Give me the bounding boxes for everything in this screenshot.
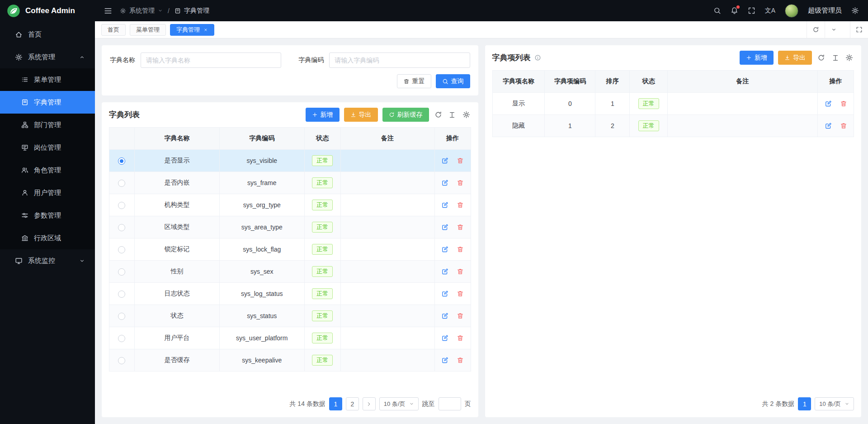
dict-add-button[interactable]: 新增 xyxy=(306,108,340,122)
edit-button[interactable] xyxy=(825,100,832,107)
avatar[interactable] xyxy=(785,4,798,18)
row-radio[interactable] xyxy=(118,224,125,231)
delete-button[interactable] xyxy=(457,224,464,231)
sidebar-group-monitor[interactable]: 系统监控 xyxy=(0,249,95,272)
breadcrumb-dict[interactable]: 字典管理 xyxy=(175,7,209,15)
breadcrumb-system[interactable]: 系统管理 xyxy=(120,7,163,15)
edit-button[interactable] xyxy=(441,246,448,253)
table-density-button[interactable] xyxy=(830,54,840,62)
sidebar-item-menu-mgmt[interactable]: 菜单管理 xyxy=(0,68,95,91)
row-radio[interactable] xyxy=(118,313,125,320)
delete-button[interactable] xyxy=(457,357,464,364)
edit-button[interactable] xyxy=(825,122,832,129)
delete-button[interactable] xyxy=(457,290,464,297)
table-row[interactable]: 日志状态 sys_log_status 正常 xyxy=(109,283,471,305)
close-icon[interactable] xyxy=(203,28,208,32)
user-name[interactable]: 超级管理员 xyxy=(808,6,842,15)
table-row[interactable]: 锁定标记 sys_lock_flag 正常 xyxy=(109,238,471,261)
page-size-select[interactable]: 10 条/页 xyxy=(815,397,854,410)
logo[interactable]: Coffee Admin xyxy=(0,0,95,21)
dict-name-input[interactable] xyxy=(141,52,281,68)
item-code-cell: 0 xyxy=(545,93,595,115)
table-density-button[interactable] xyxy=(448,111,457,119)
next-page-button[interactable] xyxy=(363,397,376,410)
row-radio[interactable] xyxy=(118,357,125,364)
row-radio[interactable] xyxy=(118,202,125,209)
refresh-cache-button[interactable]: 刷新缓存 xyxy=(382,108,429,122)
content-expand-button[interactable] xyxy=(850,21,868,38)
tabs-more-button[interactable] xyxy=(825,21,843,38)
item-add-button[interactable]: 新增 xyxy=(740,51,774,65)
delete-button[interactable] xyxy=(457,179,464,186)
table-row[interactable]: 性别 sys_sex 正常 xyxy=(109,261,471,283)
bank-icon xyxy=(21,234,28,242)
table-refresh-button[interactable] xyxy=(816,54,826,62)
table-row[interactable]: 用户平台 sys_user_platform 正常 xyxy=(109,327,471,349)
language-switch-button[interactable]: 文A xyxy=(765,7,775,15)
edit-button[interactable] xyxy=(441,157,448,164)
sidebar-item-post-mgmt[interactable]: 岗位管理 xyxy=(0,136,95,159)
row-radio[interactable] xyxy=(118,246,125,253)
edit-button[interactable] xyxy=(441,290,448,297)
page-1-button[interactable]: 1 xyxy=(329,397,342,410)
sidebar-item-user-mgmt[interactable]: 用户管理 xyxy=(0,181,95,204)
sidebar-group-system[interactable]: 系统管理 xyxy=(0,46,95,68)
tabs-refresh-button[interactable] xyxy=(807,21,825,38)
delete-button[interactable] xyxy=(840,100,847,107)
sidebar-item-role-mgmt[interactable]: 角色管理 xyxy=(0,159,95,181)
row-radio[interactable] xyxy=(118,335,125,342)
edit-button[interactable] xyxy=(441,268,448,275)
sidebar-item-dict-mgmt[interactable]: 字典管理 xyxy=(0,91,95,114)
notifications-button[interactable] xyxy=(731,7,738,14)
dict-code-input[interactable] xyxy=(329,52,470,68)
table-settings-button[interactable] xyxy=(462,111,471,119)
delete-button[interactable] xyxy=(457,334,464,342)
table-row[interactable]: 是否显示 sys_visible 正常 xyxy=(109,150,471,172)
sidebar-item-home[interactable]: 首页 xyxy=(0,23,95,46)
delete-button[interactable] xyxy=(457,246,464,253)
dict-export-button[interactable]: 导出 xyxy=(344,108,378,122)
sidebar-item-region-mgmt[interactable]: 行政区域 xyxy=(0,227,95,249)
row-radio[interactable] xyxy=(118,157,125,165)
item-export-button[interactable]: 导出 xyxy=(778,51,812,65)
search-button[interactable]: 查询 xyxy=(436,74,470,88)
table-row[interactable]: 是否缓存 sys_keepalive 正常 xyxy=(109,349,471,372)
reset-button[interactable]: 重置 xyxy=(397,74,431,88)
sidebar-item-param-mgmt[interactable]: 参数管理 xyxy=(0,204,95,227)
tab-dict-mgmt[interactable]: 字典管理 xyxy=(170,24,214,36)
page-size-select[interactable]: 10 条/页 xyxy=(379,397,419,410)
page-2-button[interactable]: 2 xyxy=(346,397,359,410)
table-refresh-button[interactable] xyxy=(434,111,443,119)
edit-button[interactable] xyxy=(441,224,448,231)
edit-button[interactable] xyxy=(441,357,448,364)
edit-button[interactable] xyxy=(441,312,448,319)
row-radio[interactable] xyxy=(118,291,125,298)
page-1-button[interactable]: 1 xyxy=(798,397,811,410)
delete-button[interactable] xyxy=(457,201,464,209)
delete-button[interactable] xyxy=(457,157,464,164)
edit-button[interactable] xyxy=(441,201,448,209)
tab-home[interactable]: 首页 xyxy=(101,24,126,36)
delete-button[interactable] xyxy=(457,312,464,319)
item-pagination: 共 2 条数据 1 10 条/页 xyxy=(492,391,854,417)
settings-button[interactable] xyxy=(851,7,859,14)
edit-button[interactable] xyxy=(441,179,448,186)
delete-button[interactable] xyxy=(840,122,847,129)
table-settings-button[interactable] xyxy=(844,54,854,62)
sidebar-collapse-button[interactable] xyxy=(104,7,112,15)
delete-button[interactable] xyxy=(457,268,464,275)
row-radio[interactable] xyxy=(118,180,125,187)
table-row[interactable]: 机构类型 sys_org_type 正常 xyxy=(109,194,471,216)
table-row[interactable]: 隐藏 1 2 正常 xyxy=(492,115,854,137)
tab-menu-mgmt[interactable]: 菜单管理 xyxy=(130,24,166,36)
edit-button[interactable] xyxy=(441,334,448,342)
jump-page-input[interactable] xyxy=(439,397,461,410)
table-row[interactable]: 是否内嵌 sys_frame 正常 xyxy=(109,172,471,194)
sidebar-item-dept-mgmt[interactable]: 部门管理 xyxy=(0,114,95,136)
row-radio[interactable] xyxy=(118,268,125,276)
table-row[interactable]: 状态 sys_status 正常 xyxy=(109,305,471,327)
table-row[interactable]: 区域类型 sys_area_type 正常 xyxy=(109,216,471,238)
fullscreen-button[interactable] xyxy=(748,7,755,14)
global-search-button[interactable] xyxy=(713,7,721,14)
table-row[interactable]: 显示 0 1 正常 xyxy=(492,93,854,115)
